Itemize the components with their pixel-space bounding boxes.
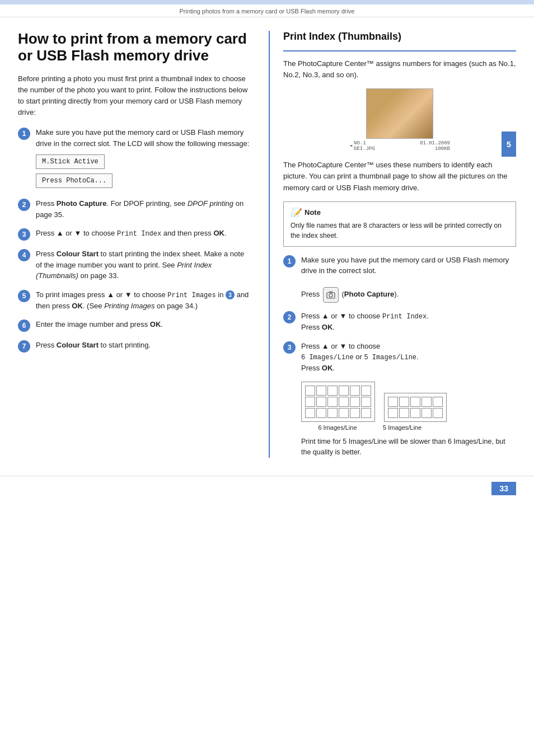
step-5-italic: Printing Images xyxy=(104,302,154,310)
grid-label-5: 5 Images/Line xyxy=(383,424,421,431)
thumb-label-left: ➜ NO.1DEI.JPG xyxy=(349,140,375,152)
right-step-1-bold: Photo Capture xyxy=(344,290,395,299)
svg-rect-2 xyxy=(329,292,332,293)
right-step-badge-3: 3 xyxy=(283,341,296,354)
right-step-1: 1 Make sure you have put the memory card… xyxy=(283,255,516,303)
right-step-2-ok: OK xyxy=(322,323,333,331)
step-6: 6 Enter the image number and press OK. xyxy=(18,319,251,332)
right-intro-2: The PhotoCapture Center™ uses these numb… xyxy=(283,159,516,193)
grid-5-container xyxy=(384,393,447,422)
step-badge-2: 2 xyxy=(18,199,30,211)
grid-cell xyxy=(361,386,371,396)
food-image xyxy=(367,89,433,138)
step-5-ok: OK xyxy=(72,302,83,310)
step-4-content: Press Colour Start to start printing the… xyxy=(36,248,251,281)
step-6-content: Enter the image number and press OK. xyxy=(36,319,251,330)
print-note: Print time for 5 Images/Line will be slo… xyxy=(301,436,516,458)
note-icon: 📝 xyxy=(291,208,301,218)
note-label: Note xyxy=(305,208,321,217)
step-badge-3: 3 xyxy=(18,228,30,241)
step-3-code: Print Index xyxy=(117,230,161,238)
step-5: 5 To print images press ▲ or ▼ to choose… xyxy=(18,289,251,312)
grid-cell xyxy=(433,408,443,418)
note-text: Only file names that are 8 characters or… xyxy=(291,220,509,241)
step-7-bold: Colour Start xyxy=(57,341,99,349)
grid-cell xyxy=(399,408,409,418)
step-5-ref-badge: 3 xyxy=(226,290,235,299)
grid-labels: 6 Images/Line 5 Images/Line xyxy=(301,424,516,431)
right-step-3-ok: OK xyxy=(322,364,333,372)
grid-cell xyxy=(327,408,338,418)
grid-cell xyxy=(339,408,349,418)
arrow-icon: ➜ xyxy=(349,143,353,149)
left-column: How to print from a memory card or USB F… xyxy=(18,31,251,458)
grid-cell xyxy=(305,397,315,407)
grid-cell xyxy=(316,397,326,407)
step-badge-5: 5 xyxy=(18,290,30,302)
step-1-text: Make sure you have put the memory card o… xyxy=(36,128,249,148)
step-2-italic: DPOF printing xyxy=(188,199,233,208)
thumb-image xyxy=(366,88,433,139)
grid-6-container xyxy=(301,382,375,422)
step-badge-1: 1 xyxy=(18,128,30,140)
grid-cell xyxy=(316,386,326,396)
grid-cell xyxy=(410,408,420,418)
right-step-badge-2: 2 xyxy=(283,311,296,323)
photo-capture-icon xyxy=(323,287,339,303)
step-3-ok: OK xyxy=(213,229,224,237)
step-4-italic: Print Index (Thumbnails) xyxy=(36,261,212,280)
thumb-label-right-text: 01.01.2009100KB xyxy=(420,140,450,152)
grid-cell xyxy=(433,397,443,407)
step-4-bold: Colour Start xyxy=(57,250,99,258)
right-step-3-code1: 6 Images/Line xyxy=(301,354,354,361)
lcd-box-1: M.Stick Active xyxy=(36,154,105,169)
step-badge-7: 7 xyxy=(18,340,30,353)
step-1-content: Make sure you have put the memory card o… xyxy=(36,127,251,190)
thumb-label-left-text: NO.1DEI.JPG xyxy=(354,140,375,152)
main-title: How to print from a memory card or USB F… xyxy=(18,31,251,64)
top-bar xyxy=(0,0,534,4)
note-title: 📝 Note xyxy=(291,208,509,218)
step-1: 1 Make sure you have put the memory card… xyxy=(18,127,251,190)
grid-cell xyxy=(339,386,349,396)
grid-cell xyxy=(421,408,432,418)
svg-point-1 xyxy=(329,294,332,297)
thumbnail-preview: ➜ NO.1DEI.JPG 01.01.2009100KB xyxy=(349,88,450,152)
intro-text: Before printing a photo you must first p… xyxy=(18,73,251,119)
right-step-badge-1: 1 xyxy=(283,255,296,267)
thumb-label: ➜ NO.1DEI.JPG 01.01.2009100KB xyxy=(349,140,450,152)
grid-cell xyxy=(350,408,360,418)
lcd-box-2: Press PhotoCa... xyxy=(36,173,113,188)
step-3-content: Press ▲ or ▼ to choose Print Index and t… xyxy=(36,228,251,239)
grid-cell xyxy=(316,408,326,418)
right-step-2-content: Press ▲ or ▼ to choose Print Index. Pres… xyxy=(301,311,516,333)
step-badge-4: 4 xyxy=(18,249,30,261)
step-7: 7 Press Colour Start to start printing. xyxy=(18,340,251,353)
right-step-3-content: Press ▲ or ▼ to choose 6 Images/Line or … xyxy=(301,341,516,374)
section-divider xyxy=(283,50,516,51)
page-number: 33 xyxy=(491,482,516,495)
grid-cell xyxy=(350,386,360,396)
right-step-1-content: Make sure you have put the memory card o… xyxy=(301,255,516,303)
right-step-2-code: Print Index xyxy=(382,313,427,321)
grid-label-6: 6 Images/Line xyxy=(301,424,374,431)
step-5-code: Print Images xyxy=(167,292,216,299)
step-2-bold: Photo Capture xyxy=(57,199,107,208)
step-4: 4 Press Colour Start to start printing t… xyxy=(18,248,251,281)
chapter-tab: 5 xyxy=(502,132,516,157)
section-title: Print Index (Thumbnails) xyxy=(283,31,516,45)
grid-cell xyxy=(327,397,338,407)
step-2: 2 Press Photo Capture. For DPOF printing… xyxy=(18,198,251,220)
page-content: How to print from a memory card or USB F… xyxy=(0,17,534,471)
step-badge-6: 6 xyxy=(18,320,30,332)
step-7-content: Press Colour Start to start printing. xyxy=(36,340,251,351)
right-column: 5 Print Index (Thumbnails) The PhotoCapt… xyxy=(269,31,516,458)
images-layout xyxy=(301,382,516,422)
grid-cell xyxy=(305,386,315,396)
grid-cell xyxy=(388,408,398,418)
note-box: 📝 Note Only file names that are 8 charac… xyxy=(283,201,516,247)
step-5-content: To print images press ▲ or ▼ to choose P… xyxy=(36,289,251,312)
grid-6 xyxy=(301,382,375,422)
right-step-3: 3 Press ▲ or ▼ to choose 6 Images/Line o… xyxy=(283,341,516,374)
footer: 33 xyxy=(0,476,534,501)
